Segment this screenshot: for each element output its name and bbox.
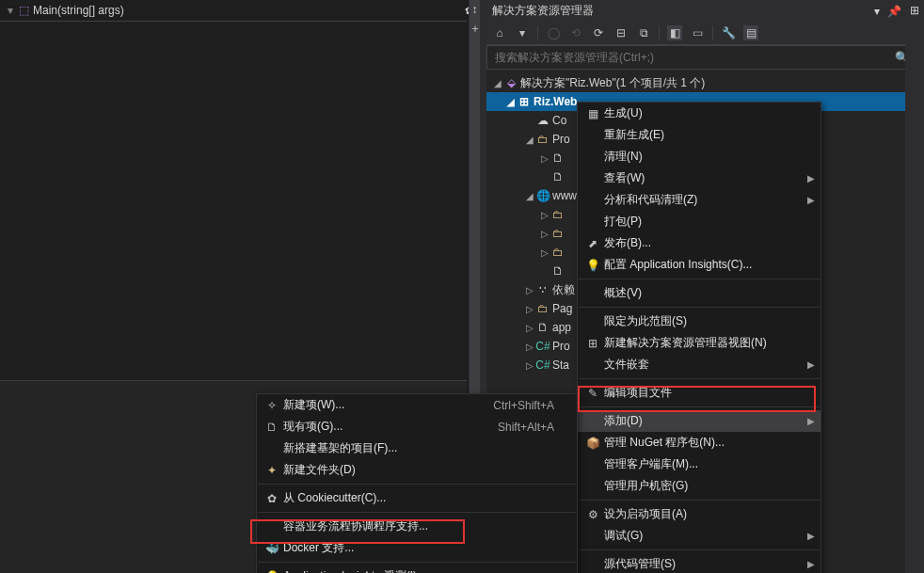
collapse-icon[interactable]: ⊟	[613, 25, 629, 40]
cookie-icon: ✿	[261, 492, 283, 505]
submenu-arrow-icon: ▶	[807, 531, 815, 541]
cs-icon: C#	[535, 340, 550, 353]
menu-overview[interactable]: 概述(V)	[578, 282, 820, 304]
side-tab-strip[interactable]: ⊞	[905, 0, 924, 573]
dropdown-icon[interactable]: ▾	[874, 5, 880, 18]
existing-icon: 🗋	[261, 421, 283, 434]
newview-icon: ⊞	[581, 337, 604, 350]
project-icon: ⊞	[517, 95, 532, 108]
globe-icon: 🌐	[535, 189, 550, 202]
solution-node[interactable]: ◢ ⬙ 解决方案"Riz.Web"(1 个项目/共 1 个)	[486, 73, 924, 92]
panel-title-text: 解决方案资源管理器	[492, 3, 594, 19]
file-icon: 🗋	[550, 170, 566, 183]
back-icon[interactable]: ◯	[546, 25, 561, 40]
submenu-arrow-icon: ▶	[807, 559, 815, 569]
pin-icon[interactable]: 📌	[887, 5, 901, 18]
menu-clean[interactable]: 清理(N)	[578, 146, 820, 167]
cloud-icon: ☁	[535, 114, 550, 127]
docker-icon: 🐳	[261, 542, 283, 555]
editor-body[interactable]	[0, 21, 467, 375]
expander-icon[interactable]: ◢	[492, 78, 503, 88]
search-input[interactable]	[493, 48, 895, 67]
properties-icon[interactable]: ▤	[743, 25, 758, 40]
add-submenu: ✧新建项(W)...Ctrl+Shift+A 🗋现有项(G)...Shift+A…	[256, 393, 578, 573]
menu-debug[interactable]: 调试(G)▶	[578, 525, 820, 547]
editor-breadcrumb[interactable]: ▾ ⬚ Main(string[] args) ✿	[0, 0, 480, 21]
expander-icon[interactable]: ◢	[505, 97, 517, 107]
insights-icon: 💡	[581, 259, 604, 272]
copy-icon[interactable]: ⧉	[636, 25, 651, 40]
menu-pack[interactable]: 打包(P)	[578, 211, 820, 232]
project-label: Riz.Web	[534, 95, 577, 108]
menu-rebuild[interactable]: 重新生成(E)	[578, 124, 820, 146]
menu-container[interactable]: 容器业务流程协调程序支持...	[257, 516, 577, 537]
search-box[interactable]: 🔍 ▾	[486, 45, 924, 70]
folder-icon: ✦	[261, 464, 283, 477]
menu-nest[interactable]: 文件嵌套▶	[578, 354, 820, 375]
wrench-icon[interactable]: 🔧	[721, 25, 736, 40]
menu-clientlib[interactable]: 管理客户端库(M)...	[578, 454, 820, 475]
file-icon: 🗋	[550, 264, 566, 278]
publish-icon: ⬈	[581, 237, 604, 250]
newitem-icon: ✧	[261, 399, 283, 412]
preview-icon[interactable]: ▭	[690, 25, 705, 40]
solution-icon: ⬙	[503, 76, 518, 89]
method-name: Main(string[] args)	[33, 4, 124, 17]
sync-icon[interactable]: ⟲	[568, 25, 583, 40]
folder-icon: 🗀	[535, 133, 550, 146]
menu-scm[interactable]: 源代码管理(S)▶	[578, 553, 820, 573]
menu-newview[interactable]: ⊞新建解决方案资源管理器视图(N)	[578, 332, 820, 354]
menu-secrets[interactable]: 管理用户机密(G)	[578, 475, 820, 497]
menu-nuget[interactable]: 📦管理 NuGet 程序包(N)...	[578, 432, 820, 454]
startup-icon: ⚙	[581, 508, 604, 521]
edit-icon: ✎	[581, 387, 604, 400]
split-icon[interactable]: ↕	[472, 4, 478, 15]
build-icon: ▦	[581, 107, 604, 120]
nuget-icon: 📦	[581, 437, 604, 450]
cs-icon: C#	[535, 358, 550, 372]
expander-icon[interactable]: ◢	[524, 135, 535, 145]
expander-icon[interactable]: ◢	[524, 191, 535, 201]
menu-cookiecutter[interactable]: ✿从 Cookiecutter(C)...	[257, 487, 577, 509]
folder-icon: 🗀	[550, 227, 566, 240]
refresh-icon[interactable]: ⟳	[591, 25, 606, 40]
menu-editproj[interactable]: ✎编辑项目文件	[578, 382, 820, 404]
file-icon: 🗋	[550, 151, 566, 165]
plus-icon[interactable]: ＋	[470, 23, 481, 34]
menu-view[interactable]: 查看(W)▶	[578, 167, 820, 189]
dropdown-arrow-icon: ▾	[8, 4, 13, 17]
submenu-arrow-icon: ▶	[807, 173, 815, 183]
submenu-arrow-icon: ▶	[807, 195, 815, 205]
solution-toolbar: ⌂ ▾ ◯ ⟲ ⟳ ⊟ ⧉ ◧ ▭ 🔧 ▤	[486, 22, 924, 45]
menu-add[interactable]: 添加(D)▶	[578, 410, 820, 432]
menu-existing[interactable]: 🗋现有项(G)...Shift+Alt+A	[257, 416, 577, 438]
insights-icon: 💡	[261, 570, 283, 574]
menu-analyze[interactable]: 分析和代码清理(Z)▶	[578, 189, 820, 211]
solution-label: 解决方案"Riz.Web"(1 个项目/共 1 个)	[520, 75, 705, 91]
expander-icon[interactable]: ▷	[539, 153, 550, 164]
submenu-arrow-icon: ▶	[807, 416, 815, 426]
deps-icon: ∵	[535, 283, 550, 296]
menu-docker[interactable]: 🐳Docker 支持...	[257, 537, 577, 559]
side-tab-icon[interactable]: ⊞	[910, 4, 919, 573]
folder-icon: 🗀	[535, 302, 550, 315]
menu-newfolder[interactable]: ✦新建文件夹(D)	[257, 459, 577, 481]
home-icon[interactable]: ⌂	[492, 25, 507, 40]
menu-telemetry[interactable]: 💡Application Insights 遥测(I)...	[257, 565, 577, 573]
menu-scaffold[interactable]: 新搭建基架的项目(F)...	[257, 438, 577, 459]
menu-build[interactable]: ▦生成(U)	[578, 103, 820, 124]
menu-publish[interactable]: ⬈发布(B)...	[578, 232, 820, 254]
project-context-menu: ▦生成(U) 重新生成(E) 清理(N) 查看(W)▶ 分析和代码清理(Z)▶ …	[577, 102, 821, 573]
panel-title-bar: 解决方案资源管理器 ▾ 📌 ✕	[486, 0, 924, 22]
json-icon: 🗋	[535, 321, 550, 334]
submenu-arrow-icon: ▶	[807, 359, 815, 370]
show-all-files-icon[interactable]: ◧	[667, 25, 682, 40]
folder-icon: 🗀	[550, 246, 566, 259]
menu-startup[interactable]: ⚙设为启动项目(A)	[578, 503, 820, 525]
method-icon: ⬚	[19, 4, 29, 17]
folder-icon: 🗀	[550, 208, 566, 221]
toolbar-dropdown-icon[interactable]: ▾	[515, 25, 530, 40]
menu-scope[interactable]: 限定为此范围(S)	[578, 310, 820, 332]
menu-newitem[interactable]: ✧新建项(W)...Ctrl+Shift+A	[257, 394, 577, 416]
menu-insights[interactable]: 💡配置 Application Insights(C)...	[578, 254, 820, 276]
